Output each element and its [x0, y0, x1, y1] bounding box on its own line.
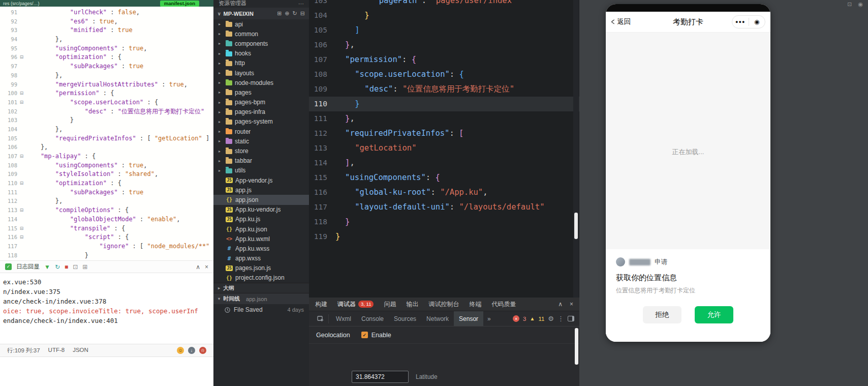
tree-file-App.ku-vendor.js[interactable]: JSApp.ku-vendor.js: [213, 205, 309, 215]
tree-file-project.config.json[interactable]: {}project.config.json: [213, 273, 309, 283]
tree-folder-static[interactable]: ▸static: [213, 136, 309, 146]
devtools-tab-network[interactable]: Network: [421, 311, 454, 326]
fold-icon[interactable]: ⊟: [17, 206, 26, 215]
debug-tab-问题[interactable]: 问题: [384, 300, 396, 309]
debug-tab-输出[interactable]: 输出: [406, 300, 418, 309]
new-file-icon[interactable]: ⊞: [277, 10, 282, 17]
deny-button[interactable]: 拒绝: [643, 306, 681, 323]
stop-icon[interactable]: ■: [65, 264, 68, 270]
tree-folder-pages-system[interactable]: ▸pages-system: [213, 117, 309, 127]
tree-file-App.ku.wxml[interactable]: <>App.ku.wxml: [213, 234, 309, 244]
tree-folder-store[interactable]: ▸store: [213, 146, 309, 156]
inspect-element-icon[interactable]: [317, 315, 324, 322]
js-file-icon: JS: [226, 177, 233, 183]
code-text: "compileOptions" : {: [26, 206, 129, 215]
line-number: 100: [0, 89, 17, 98]
more-tabs-icon[interactable]: »: [483, 315, 495, 322]
left-editor[interactable]: 91"urlCheck" : false,92"es6" : true,93"m…: [0, 7, 213, 261]
grid-icon[interactable]: ⊡: [847, 1, 852, 8]
line-number: 112: [309, 126, 335, 141]
tree-folder-node-modules[interactable]: ▸node-modules: [213, 78, 309, 87]
tree-folder-api[interactable]: ▸api: [213, 19, 309, 29]
collapse-all-icon[interactable]: ⊟: [300, 10, 305, 17]
download-icon[interactable]: ↓: [188, 347, 195, 354]
close-icon[interactable]: ×: [205, 264, 208, 270]
fold-icon[interactable]: ⊟: [17, 179, 26, 188]
enable-checkbox[interactable]: ✓: [361, 332, 368, 338]
tree-folder-pages-bpm[interactable]: ▸pages-bpm: [213, 98, 309, 107]
collapse-up-icon[interactable]: ∧: [196, 264, 200, 270]
allow-button[interactable]: 允许: [695, 306, 733, 323]
bell-icon[interactable]: ⍾: [199, 347, 206, 354]
export-icon[interactable]: ⊡: [73, 264, 78, 270]
collapse-panel-icon[interactable]: ∧: [558, 301, 563, 308]
debug-tab-调试控制台[interactable]: 调试控制台: [428, 300, 459, 309]
log-echo-checkbox[interactable]: ✓: [5, 263, 12, 270]
debug-tab-构建[interactable]: 构建: [315, 300, 327, 309]
tree-folder-hooks[interactable]: ▸hooks: [213, 49, 309, 58]
dock-side-icon[interactable]: [568, 316, 574, 321]
fold-icon[interactable]: ⊟: [17, 98, 26, 107]
project-row[interactable]: ∨ MP-WEIXIN ⊞⊕↻⊟: [213, 8, 309, 19]
refresh-icon[interactable]: ↻: [55, 264, 60, 270]
console-line[interactable]: n/index.vue:375: [3, 287, 211, 296]
timeline-item[interactable]: File Saved 4 days: [213, 304, 309, 315]
tree-file-app.js[interactable]: JSapp.js: [213, 185, 309, 195]
tree-folder-components[interactable]: ▸components: [213, 39, 309, 48]
kebab-menu-icon[interactable]: ⋮: [557, 315, 564, 322]
console-line[interactable]: endance/check-in/index.vue:401: [3, 316, 211, 325]
fold-icon[interactable]: ⊟: [17, 152, 26, 161]
devtools-tab-sensor[interactable]: Sensor: [454, 311, 483, 326]
debug-tab-代码质量[interactable]: 代码质量: [491, 300, 516, 309]
devtools-tab-wxml[interactable]: Wxml: [331, 311, 356, 326]
exit-button[interactable]: ◉: [749, 18, 765, 25]
refresh-icon[interactable]: ↻: [293, 10, 297, 17]
tree-folder-common[interactable]: ▸common: [213, 29, 309, 39]
active-file-tab[interactable]: manifest.json: [160, 1, 199, 7]
tree-file-App.ku.js[interactable]: JSApp.ku.js: [213, 215, 309, 224]
tree-folder-pages-infra[interactable]: ▸pages-infra: [213, 107, 309, 117]
latitude-input[interactable]: [352, 371, 409, 383]
more-icon[interactable]: ⋯: [298, 1, 304, 7]
tree-folder-http[interactable]: ▸http: [213, 58, 309, 68]
more-button[interactable]: ●●●: [732, 19, 749, 24]
grid-icon[interactable]: ⊞: [82, 264, 87, 270]
scrollbar-thumb[interactable]: [574, 213, 578, 239]
tree-folder-pages[interactable]: ▸pages: [213, 87, 309, 97]
main-editor[interactable]: 103"pagePath": "pages/user/index"104}105…: [309, 0, 579, 298]
back-button[interactable]: < 返回: [611, 17, 631, 26]
console-line[interactable]: ex.vue:530: [3, 277, 211, 287]
timeline-section-header[interactable]: ▾ 时间线 app.json: [213, 293, 309, 304]
close-panel-icon[interactable]: ×: [570, 301, 573, 308]
tree-folder-layouts[interactable]: ▸layouts: [213, 68, 309, 78]
devtools-tab-sources[interactable]: Sources: [389, 311, 421, 326]
fold-icon[interactable]: ⊟: [17, 89, 26, 98]
editor-scrollbar[interactable]: [573, 0, 579, 298]
smiley-icon[interactable]: ☺: [177, 347, 184, 354]
file-tree[interactable]: ▸api▸common▸components▸hooks▸http▸layout…: [213, 19, 309, 283]
settings-gear-icon[interactable]: ⚙: [548, 315, 554, 322]
debug-tab-调试器[interactable]: 调试器3, 11: [337, 300, 374, 309]
console-line[interactable]: oice: true, scope.invoiceTitle: true, sc…: [3, 306, 211, 316]
fold-icon[interactable]: ⊟: [17, 233, 26, 242]
tree-folder-tabbar[interactable]: ▸tabbar: [213, 156, 309, 166]
tree-file-App.ku.json[interactable]: {}App.ku.json: [213, 224, 309, 234]
tree-file-app.wxss[interactable]: #app.wxss: [213, 254, 309, 263]
tree-file-app.json[interactable]: {}app.json: [213, 195, 309, 204]
tree-file-App.ku.wxss[interactable]: #App.ku.wxss: [213, 244, 309, 253]
console-line[interactable]: ance/check-in/index.vue:378: [3, 296, 211, 306]
panel-scrollbar[interactable]: [575, 328, 578, 365]
tree-file-pages.json.js[interactable]: JSpages.json.js: [213, 263, 309, 273]
fold-icon[interactable]: ⊟: [17, 53, 26, 62]
filter-icon[interactable]: ▼: [44, 264, 50, 270]
devtools-tab-console[interactable]: Console: [356, 311, 389, 326]
tree-folder-utils[interactable]: ▸utils: [213, 166, 309, 175]
tree-folder-router[interactable]: ▸router: [213, 127, 309, 136]
new-folder-icon[interactable]: ⊕: [285, 10, 289, 17]
fold-icon[interactable]: ⊟: [17, 224, 26, 233]
target-icon[interactable]: ◉: [858, 1, 863, 8]
debug-tab-终端[interactable]: 终端: [469, 300, 481, 309]
outline-section-header[interactable]: ▸ 大纲: [213, 283, 309, 293]
console-output[interactable]: ex.vue:530n/index.vue:375ance/check-in/i…: [0, 273, 213, 344]
tree-file-App-vendor.js[interactable]: JSApp-vendor.js: [213, 175, 309, 185]
